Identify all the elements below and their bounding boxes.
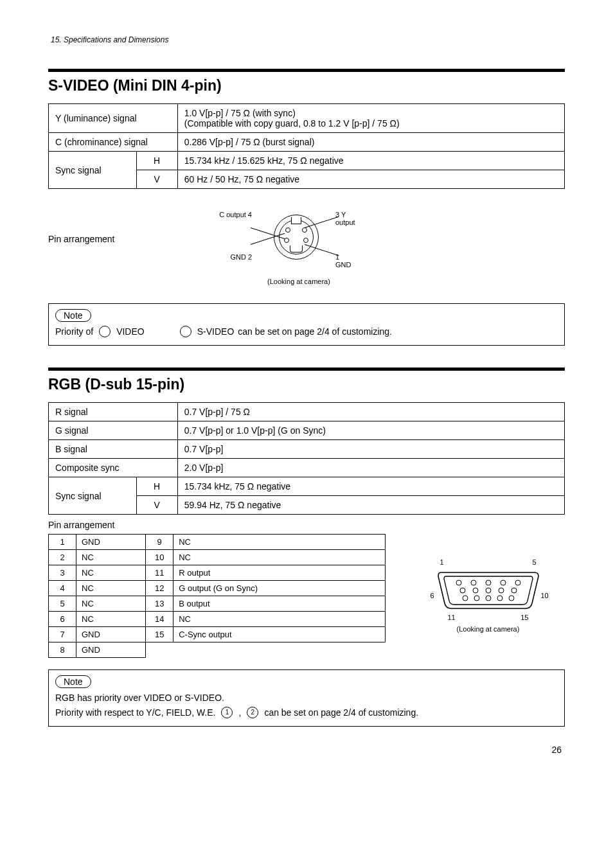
svideo-pin-3: 3 Y output	[335, 211, 355, 226]
svg-point-0	[456, 580, 461, 585]
rgb-note-line2a: Priority with respect to Y/C, FIELD, W.E…	[55, 705, 215, 720]
dsub-connector-diagram	[437, 567, 540, 612]
svg-point-4	[515, 580, 520, 585]
svg-point-3	[501, 580, 506, 585]
rgb-pin-14: NC	[173, 612, 386, 627]
rgb-sync-label: Sync signal	[49, 477, 137, 515]
rgb-cs-value: 2.0 V[p-p]	[177, 459, 564, 477]
dsub-lbl-6: 6	[431, 592, 434, 599]
page-number: 26	[551, 745, 562, 755]
svideo-sync-h-value: 15.734 kHz / 15.625 kHz, 75 Ω negative	[177, 152, 564, 170]
svideo-y-value: 1.0 V[p-p] / 75 Ω (with sync) (Compatibl…	[177, 104, 564, 133]
svg-point-5	[460, 588, 465, 593]
rgb-pin-15: C-Sync output	[173, 627, 386, 642]
rgb-pin-10: NC	[173, 550, 386, 565]
rgb-pin-12: G output (G on Sync)	[173, 581, 386, 596]
rgb-pin-4: NC	[76, 581, 146, 596]
rgb-b-label: B signal	[49, 440, 178, 459]
svideo-pin-view: (Looking at camera)	[235, 278, 363, 285]
svg-point-1	[471, 580, 476, 585]
video-icon	[99, 326, 111, 337]
rgb-note-line2b: can be set on page 2/4 of customizing.	[264, 705, 418, 720]
rgb-sync-h-value: 15.734 kHz, 75 Ω negative	[177, 477, 564, 496]
svg-point-14	[509, 596, 514, 601]
svideo-note-text-before: Priority of	[55, 324, 93, 339]
mini-din-diagram: 3 Y output C output 4 1 GND GND 2 (Looki…	[257, 200, 334, 278]
svideo-y-label: Y (luminance) signal	[49, 104, 178, 133]
dsub-view: (Looking at camera)	[457, 625, 520, 633]
svideo-note-text-after: can be set on page 2/4 of customizing.	[238, 324, 392, 339]
svideo-sync-label: Sync signal	[49, 152, 137, 189]
dsub-lbl-11: 11	[448, 614, 456, 621]
rgb-pin-caption: Pin arrangement	[48, 520, 386, 530]
svideo-c-value: 0.286 V[p-p] / 75 Ω (burst signal)	[177, 133, 564, 152]
rgb-pin-13: B output	[173, 596, 386, 612]
svg-point-8	[499, 588, 504, 593]
svideo-pin-2: GND 2	[220, 253, 252, 261]
svg-point-11	[474, 596, 479, 601]
rgb-b-value: 0.7 V[p-p]	[177, 440, 564, 459]
rgb-title: RGB (D-sub 15-pin)	[48, 376, 565, 393]
rgb-pin-7: GND	[76, 627, 146, 642]
rgb-pin-3: NC	[76, 565, 146, 581]
rgb-pin-table: 1GND 9NC 2NC 10NC 3NC 11R output 4NC 12G…	[48, 534, 386, 658]
rgb-sync-v-value: 59.94 Hz, 75 Ω negative	[177, 496, 564, 515]
section-svideo: S-VIDEO (Mini DIN 4-pin) Y (luminance) s…	[48, 69, 565, 346]
rgb-spec-table: R signal 0.7 V[p-p] / 75 Ω G signal 0.7 …	[48, 402, 565, 515]
svg-point-2	[486, 580, 491, 585]
svideo-icon	[180, 326, 191, 337]
rgb-pin-2: NC	[76, 550, 146, 565]
rgb-g-value: 0.7 V[p-p] or 1.0 V[p-p] (G on Sync)	[177, 421, 564, 440]
svg-point-9	[511, 588, 517, 593]
svg-point-13	[497, 596, 502, 601]
svideo-title: S-VIDEO (Mini DIN 4-pin)	[48, 77, 565, 94]
dsub-lbl-15: 15	[520, 614, 528, 621]
circled-2-icon: 2	[247, 707, 258, 718]
circled-1-icon: 1	[221, 707, 233, 718]
svideo-note: Note Priority of VIDEO S-VIDEO can be se…	[48, 303, 565, 346]
running-head: 15. Specifications and Dimensions	[51, 35, 565, 44]
svideo-note-video: VIDEO	[116, 324, 145, 339]
rgb-sync-v-label: V	[136, 496, 177, 515]
svg-point-6	[473, 588, 478, 593]
svideo-spec-table: Y (luminance) signal 1.0 V[p-p] / 75 Ω (…	[48, 103, 565, 189]
svg-point-7	[486, 588, 491, 593]
rgb-pin-6: NC	[76, 612, 146, 627]
note-pill-rgb: Note	[55, 675, 91, 688]
svideo-pin-1: 1 GND	[335, 253, 351, 269]
rgb-pin-9: NC	[173, 535, 386, 550]
rgb-pin-8: GND	[76, 642, 146, 658]
rgb-r-value: 0.7 V[p-p] / 75 Ω	[177, 403, 564, 421]
svg-point-12	[486, 596, 491, 601]
section-rgb: RGB (D-sub 15-pin) R signal 0.7 V[p-p] /…	[48, 368, 565, 727]
rgb-pin-11: R output	[173, 565, 386, 581]
rgb-pin-1: GND	[76, 535, 146, 550]
rgb-cs-label: Composite sync	[49, 459, 178, 477]
rgb-note-line1: RGB has priority over VIDEO or S-VIDEO.	[55, 691, 558, 705]
dsub-lbl-5: 5	[532, 558, 536, 566]
rgb-r-label: R signal	[49, 403, 178, 421]
svideo-sync-v-value: 60 Hz / 50 Hz, 75 Ω negative	[177, 170, 564, 189]
dsub-lbl-10: 10	[541, 592, 549, 599]
rgb-sync-h-label: H	[136, 477, 177, 496]
svideo-sync-v-label: V	[136, 170, 177, 189]
svideo-sync-h-label: H	[136, 152, 177, 170]
svideo-pin-4: C output 4	[207, 211, 252, 218]
svideo-c-label: C (chrominance) signal	[49, 133, 178, 152]
svideo-pin-caption: Pin arrangement	[48, 234, 154, 244]
rgb-pin-5: NC	[76, 596, 146, 612]
rgb-g-label: G signal	[49, 421, 178, 440]
note-pill: Note	[55, 309, 91, 322]
svideo-note-svideo: S-VIDEO	[197, 324, 235, 339]
rgb-note: Note RGB has priority over VIDEO or S-VI…	[48, 669, 565, 727]
svg-point-10	[463, 596, 468, 601]
dsub-lbl-1: 1	[440, 558, 444, 566]
